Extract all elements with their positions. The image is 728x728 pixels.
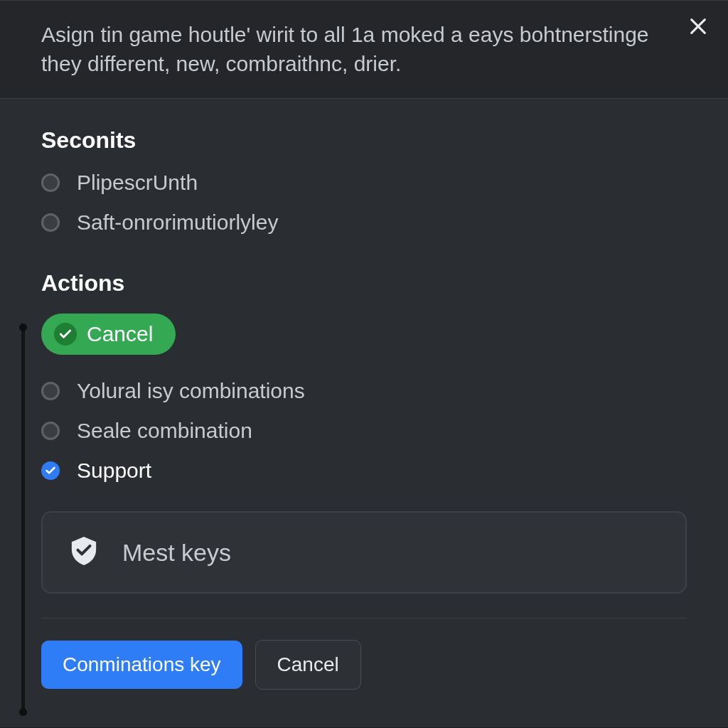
radio-unchecked-icon — [41, 173, 60, 192]
radio-unchecked-icon — [41, 382, 60, 400]
dialog-body: Seconits PlipescrUnth Saft-onrorimutiorl… — [0, 99, 728, 727]
dialog-footer: Conminations key Cancel — [41, 618, 687, 690]
dialog-header: Asign tin game houtle' wirit to all 1a m… — [0, 1, 728, 99]
option-label: Saft-onrorimutiorlyley — [77, 210, 278, 235]
option-plipescrunth[interactable]: PlipescrUnth — [41, 171, 687, 195]
combinations-key-button[interactable]: Conminations key — [41, 641, 242, 689]
radio-checked-icon — [41, 461, 60, 480]
option-seale-combination[interactable]: Seale combination — [41, 419, 687, 443]
section-title-seconits: Seconits — [41, 127, 687, 154]
seconits-option-list: PlipescrUnth Saft-onrorimutiorlyley — [41, 171, 687, 235]
actions-option-list: Yolural isy combinations Seale combinati… — [41, 379, 687, 483]
option-support[interactable]: Support — [41, 459, 687, 483]
radio-unchecked-icon — [41, 422, 60, 440]
shield-check-icon — [71, 537, 97, 568]
option-label: Seale combination — [77, 419, 252, 443]
close-icon — [688, 16, 708, 36]
card-text: Mest keys — [122, 539, 231, 567]
cancel-button[interactable]: Cancel — [255, 640, 361, 690]
option-label: PlipescrUnth — [77, 171, 198, 195]
dialog: Asign tin game houtle' wirit to all 1a m… — [0, 0, 728, 728]
header-description: Asign tin game houtle' wirit to all 1a m… — [41, 21, 667, 78]
option-yolural-combinations[interactable]: Yolural isy combinations — [41, 379, 687, 403]
option-saft-onrorimutiorlyley[interactable]: Saft-onrorimutiorlyley — [41, 210, 687, 235]
option-label: Support — [77, 459, 151, 483]
scroll-knob-bottom[interactable] — [19, 708, 27, 716]
scroll-track[interactable] — [21, 326, 25, 713]
radio-unchecked-icon — [41, 213, 60, 232]
option-label: Yolural isy combinations — [77, 379, 305, 403]
pill-label: Cancel — [87, 322, 153, 346]
section-title-actions: Actions — [41, 270, 687, 296]
cancel-pill[interactable]: Cancel — [41, 314, 176, 355]
mest-keys-card[interactable]: Mest keys — [41, 511, 687, 594]
scroll-knob-top[interactable] — [19, 323, 27, 331]
check-circle-icon — [54, 323, 77, 346]
close-button[interactable] — [684, 12, 712, 41]
